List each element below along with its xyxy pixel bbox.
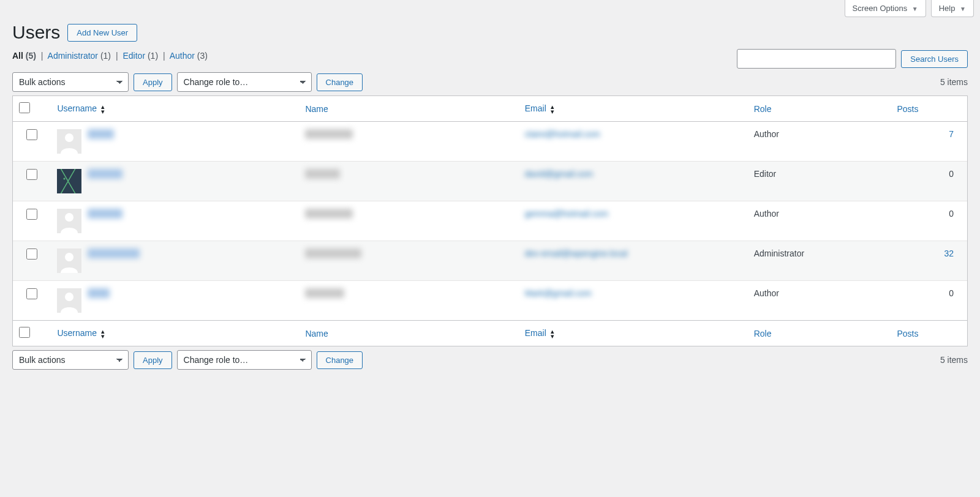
column-header-name[interactable]: Name	[299, 96, 518, 122]
screen-options-label: Screen Options	[853, 4, 908, 13]
select-all-top[interactable]	[19, 102, 30, 113]
user-role: Editor	[748, 162, 891, 201]
user-role: Administrator	[748, 241, 891, 281]
bulk-actions-select-bottom[interactable]: Bulk actions	[12, 350, 129, 370]
help-label: Help	[939, 4, 956, 13]
change-role-select-bottom[interactable]: Change role to…	[177, 350, 312, 370]
column-header-username[interactable]: Username ▴▾	[51, 96, 299, 122]
user-name: xxxxxxxxxxxx	[305, 248, 512, 260]
items-count-bottom: 5 items	[940, 355, 968, 365]
username-link[interactable]: xxxx	[88, 288, 110, 299]
add-new-user-button[interactable]: Add New User	[67, 24, 137, 42]
row-checkbox[interactable]	[26, 209, 37, 220]
avatar	[57, 169, 81, 193]
column-footer-name[interactable]: Name	[299, 320, 518, 346]
avatar	[57, 248, 81, 273]
apply-bulk-button-top[interactable]: Apply	[134, 73, 172, 91]
username-link[interactable]: xxxxxxx	[88, 209, 123, 220]
change-role-button-bottom[interactable]: Change	[317, 351, 363, 369]
apply-bulk-button-bottom[interactable]: Apply	[134, 351, 172, 369]
row-checkbox[interactable]	[26, 288, 37, 299]
help-tab[interactable]: Help ▼	[931, 0, 974, 17]
screen-options-tab[interactable]: Screen Options ▼	[845, 0, 926, 17]
filter-all[interactable]: All (5)	[12, 51, 39, 61]
user-role: Author	[748, 201, 891, 241]
avatar	[57, 129, 81, 154]
user-name: xxxxxxxxxx	[305, 129, 512, 140]
sort-icon: ▴▾	[101, 329, 105, 338]
user-email-link[interactable]: claire@hotmail.com	[525, 129, 600, 139]
table-row: xxxxx xxxxxxxxxx claire@hotmail.com Auth…	[13, 122, 967, 162]
svg-point-7	[65, 293, 74, 301]
column-header-role[interactable]: Role	[748, 96, 891, 122]
username-link[interactable]: xxxxxxx	[88, 169, 123, 180]
user-email-link[interactable]: gemma@hotmail.com	[525, 209, 608, 219]
user-name: xxxxxxx	[305, 169, 512, 180]
filter-author[interactable]: Author	[170, 51, 197, 61]
sort-icon: ▴▾	[551, 329, 554, 338]
user-role: Author	[748, 122, 891, 162]
select-all-bottom[interactable]	[19, 327, 30, 338]
sort-icon: ▴▾	[101, 104, 105, 114]
username-link[interactable]: xxxxx	[88, 129, 114, 140]
user-name: xxxxxxxx	[305, 288, 512, 299]
chevron-down-icon: ▼	[912, 6, 918, 12]
column-footer-posts[interactable]: Posts	[891, 320, 967, 346]
svg-point-5	[65, 253, 74, 261]
user-role: Author	[748, 281, 891, 320]
username-link[interactable]: xxxxxxxxxxx	[88, 248, 140, 260]
table-row: xxxxxxx xxxxxxx david@gmail.com Editor 0	[13, 162, 967, 201]
user-email-link[interactable]: dev-email@wpengine.local	[525, 248, 628, 258]
avatar	[57, 209, 81, 233]
table-row: xxxxxxx xxxxxxxxxx gemma@hotmail.com Aut…	[13, 201, 967, 241]
column-footer-role[interactable]: Role	[748, 320, 891, 346]
row-checkbox[interactable]	[26, 248, 37, 260]
table-row: xxxx xxxxxxxx Mark@gmail.com Author 0	[13, 281, 967, 320]
user-email-link[interactable]: Mark@gmail.com	[525, 288, 592, 298]
posts-count: 0	[949, 288, 954, 298]
posts-count-link[interactable]: 7	[949, 129, 954, 139]
filter-administrator[interactable]: Administrator	[48, 51, 100, 61]
change-role-select-top[interactable]: Change role to…	[177, 72, 312, 92]
row-checkbox[interactable]	[26, 169, 37, 180]
avatar	[57, 288, 81, 313]
search-users-button[interactable]: Search Users	[901, 50, 968, 68]
posts-count-link[interactable]: 32	[944, 248, 954, 258]
sort-icon: ▴▾	[551, 104, 554, 114]
chevron-down-icon: ▼	[960, 6, 966, 12]
items-count-top: 5 items	[940, 77, 968, 87]
column-header-email[interactable]: Email ▴▾	[519, 96, 748, 122]
column-footer-username[interactable]: Username ▴▾	[51, 320, 299, 346]
role-filter-links: All (5) | Administrator (1) | Editor (1)…	[0, 51, 220, 67]
change-role-button-top[interactable]: Change	[317, 73, 363, 91]
bulk-actions-select-top[interactable]: Bulk actions	[12, 72, 129, 92]
user-name: xxxxxxxxxx	[305, 209, 512, 220]
posts-count: 0	[949, 209, 954, 219]
user-email-link[interactable]: david@gmail.com	[525, 169, 593, 179]
column-footer-email[interactable]: Email ▴▾	[519, 320, 748, 346]
users-table: Username ▴▾ Name Email ▴▾ Role Posts xxx…	[12, 95, 968, 346]
row-checkbox[interactable]	[26, 129, 37, 140]
column-header-posts[interactable]: Posts	[891, 96, 967, 122]
filter-editor[interactable]: Editor	[123, 51, 147, 61]
posts-count: 0	[949, 169, 954, 179]
page-title: Users	[12, 22, 60, 43]
search-users-input[interactable]	[737, 49, 896, 69]
table-row: xxxxxxxxxxx xxxxxxxxxxxx dev-email@wpeng…	[13, 241, 967, 281]
svg-point-1	[65, 133, 74, 142]
svg-point-3	[65, 213, 74, 222]
